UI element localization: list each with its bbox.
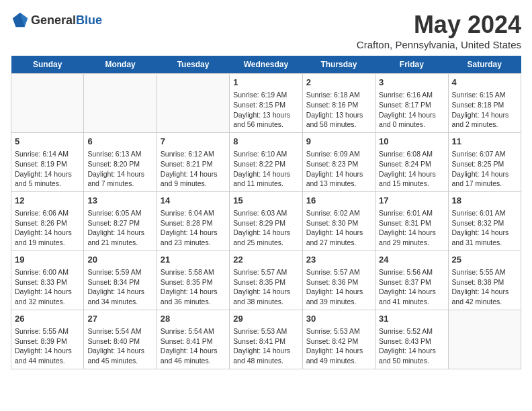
day-number: 22: [233, 254, 298, 266]
cell-line: Sunset: 8:42 PM: [306, 336, 371, 347]
cell-line: Daylight: 14 hours and 49 minutes.: [306, 346, 371, 365]
day-number: 18: [452, 195, 517, 207]
day-number: 12: [15, 195, 80, 207]
cell-line: Sunrise: 6:08 AM: [379, 149, 444, 159]
cell-line: Sunrise: 6:01 AM: [452, 208, 517, 218]
cell-line: Sunrise: 5:53 AM: [306, 326, 371, 336]
day-header-tuesday: Tuesday: [157, 56, 229, 74]
day-header-friday: Friday: [375, 56, 448, 74]
cell-line: Daylight: 14 hours and 39 minutes.: [306, 287, 371, 306]
calendar-cell: 14Sunrise: 6:04 AMSunset: 8:28 PMDayligh…: [157, 191, 229, 250]
logo: GeneralBlue: [11, 11, 102, 30]
calendar-cell: 21Sunrise: 5:58 AMSunset: 8:35 PMDayligh…: [157, 250, 229, 310]
day-number: 16: [306, 195, 371, 207]
cell-line: Sunrise: 6:07 AM: [452, 149, 517, 159]
cell-line: Sunset: 8:25 PM: [452, 159, 517, 169]
cell-line: Sunrise: 6:18 AM: [306, 90, 371, 100]
main-title: May 2024: [357, 11, 521, 39]
day-number: 5: [15, 136, 80, 148]
day-header-thursday: Thursday: [302, 56, 375, 74]
day-header-saturday: Saturday: [448, 56, 521, 74]
calendar-cell: 30Sunrise: 5:53 AMSunset: 8:42 PMDayligh…: [302, 310, 375, 369]
day-number: 6: [87, 136, 152, 148]
calendar-cell: 29Sunrise: 5:53 AMSunset: 8:41 PMDayligh…: [230, 310, 302, 369]
cell-line: Sunset: 8:36 PM: [306, 277, 371, 287]
calendar-cell: 24Sunrise: 5:56 AMSunset: 8:37 PMDayligh…: [375, 250, 448, 310]
cell-line: Sunset: 8:39 PM: [15, 336, 80, 347]
cell-line: Sunrise: 6:05 AM: [87, 208, 152, 218]
cell-line: Sunset: 8:32 PM: [452, 218, 517, 228]
day-number: 2: [306, 77, 371, 89]
day-number: 3: [379, 77, 444, 89]
week-row-3: 12Sunrise: 6:06 AMSunset: 8:26 PMDayligh…: [11, 191, 521, 250]
cell-line: Sunset: 8:24 PM: [379, 159, 444, 169]
day-header-monday: Monday: [84, 56, 157, 74]
cell-line: Sunrise: 5:57 AM: [306, 267, 371, 277]
calendar-cell: 11Sunrise: 6:07 AMSunset: 8:25 PMDayligh…: [448, 132, 521, 191]
cell-line: Sunrise: 6:12 AM: [161, 149, 226, 159]
cell-line: Sunset: 8:29 PM: [233, 218, 298, 228]
cell-line: Sunset: 8:35 PM: [233, 277, 298, 287]
cell-line: Sunset: 8:26 PM: [15, 218, 80, 228]
cell-line: Daylight: 13 hours and 56 minutes.: [233, 110, 298, 130]
cell-line: Daylight: 14 hours and 25 minutes.: [233, 228, 298, 247]
cell-line: Sunrise: 6:04 AM: [161, 208, 226, 218]
cell-line: Daylight: 14 hours and 15 minutes.: [379, 169, 444, 189]
cell-line: Sunrise: 5:53 AM: [233, 326, 298, 336]
cell-line: Sunrise: 6:14 AM: [15, 149, 80, 159]
day-number: 13: [87, 195, 152, 207]
sub-title: Crafton, Pennsylvania, United States: [357, 39, 521, 50]
day-number: 4: [452, 77, 517, 89]
calendar-cell: 3Sunrise: 6:16 AMSunset: 8:17 PMDaylight…: [375, 74, 448, 133]
cell-line: Sunset: 8:22 PM: [233, 159, 298, 169]
day-number: 25: [452, 254, 517, 266]
cell-line: Sunset: 8:30 PM: [306, 218, 371, 228]
calendar-cell: 17Sunrise: 6:01 AMSunset: 8:31 PMDayligh…: [375, 191, 448, 250]
calendar-cell: [157, 74, 229, 133]
cell-line: Daylight: 14 hours and 7 minutes.: [87, 169, 152, 189]
day-number: 14: [161, 195, 226, 207]
day-number: 19: [15, 254, 80, 266]
cell-line: Daylight: 14 hours and 42 minutes.: [452, 287, 517, 306]
cell-line: Sunset: 8:19 PM: [15, 159, 80, 169]
day-number: 31: [379, 313, 444, 325]
day-number: 11: [452, 136, 517, 148]
calendar-cell: 16Sunrise: 6:02 AMSunset: 8:30 PMDayligh…: [302, 191, 375, 250]
calendar-cell: 18Sunrise: 6:01 AMSunset: 8:32 PMDayligh…: [448, 191, 521, 250]
cell-line: Sunrise: 5:58 AM: [161, 267, 226, 277]
day-number: 21: [161, 254, 226, 266]
calendar-cell: 8Sunrise: 6:10 AMSunset: 8:22 PMDaylight…: [230, 132, 302, 191]
cell-line: Sunrise: 6:02 AM: [306, 208, 371, 218]
calendar-cell: 12Sunrise: 6:06 AMSunset: 8:26 PMDayligh…: [11, 191, 84, 250]
cell-line: Sunset: 8:35 PM: [161, 277, 226, 287]
cell-line: Sunset: 8:41 PM: [233, 336, 298, 347]
day-header-sunday: Sunday: [11, 56, 84, 74]
calendar-cell: 6Sunrise: 6:13 AMSunset: 8:20 PMDaylight…: [84, 132, 157, 191]
calendar-cell: 22Sunrise: 5:57 AMSunset: 8:35 PMDayligh…: [230, 250, 302, 310]
cell-line: Sunset: 8:31 PM: [379, 218, 444, 228]
cell-line: Sunset: 8:20 PM: [87, 159, 152, 169]
calendar-cell: [11, 74, 84, 133]
calendar-cell: 13Sunrise: 6:05 AMSunset: 8:27 PMDayligh…: [84, 191, 157, 250]
cell-line: Daylight: 14 hours and 34 minutes.: [87, 287, 152, 306]
cell-line: Sunrise: 5:52 AM: [379, 326, 444, 336]
calendar-cell: 1Sunrise: 6:19 AMSunset: 8:15 PMDaylight…: [230, 74, 302, 133]
cell-line: Daylight: 14 hours and 21 minutes.: [87, 228, 152, 247]
day-number: 27: [87, 313, 152, 325]
calendar-cell: 19Sunrise: 6:00 AMSunset: 8:33 PMDayligh…: [11, 250, 84, 310]
cell-line: Sunset: 8:15 PM: [233, 100, 298, 110]
cell-line: Sunrise: 5:54 AM: [161, 326, 226, 336]
calendar-cell: 4Sunrise: 6:15 AMSunset: 8:18 PMDaylight…: [448, 74, 521, 133]
calendar-cell: 25Sunrise: 5:55 AMSunset: 8:38 PMDayligh…: [448, 250, 521, 310]
week-row-4: 19Sunrise: 6:00 AMSunset: 8:33 PMDayligh…: [11, 250, 521, 310]
calendar-cell: 10Sunrise: 6:08 AMSunset: 8:24 PMDayligh…: [375, 132, 448, 191]
week-row-1: 1Sunrise: 6:19 AMSunset: 8:15 PMDaylight…: [11, 74, 521, 133]
cell-line: Sunset: 8:38 PM: [452, 277, 517, 287]
cell-line: Daylight: 14 hours and 0 minutes.: [379, 110, 444, 130]
cell-line: Daylight: 14 hours and 9 minutes.: [161, 169, 226, 189]
cell-line: Sunrise: 5:56 AM: [379, 267, 444, 277]
day-number: 26: [15, 313, 80, 325]
cell-line: Sunset: 8:40 PM: [87, 336, 152, 347]
calendar-cell: [84, 74, 157, 133]
page-header: GeneralBlue May 2024 Crafton, Pennsylvan…: [11, 11, 521, 50]
